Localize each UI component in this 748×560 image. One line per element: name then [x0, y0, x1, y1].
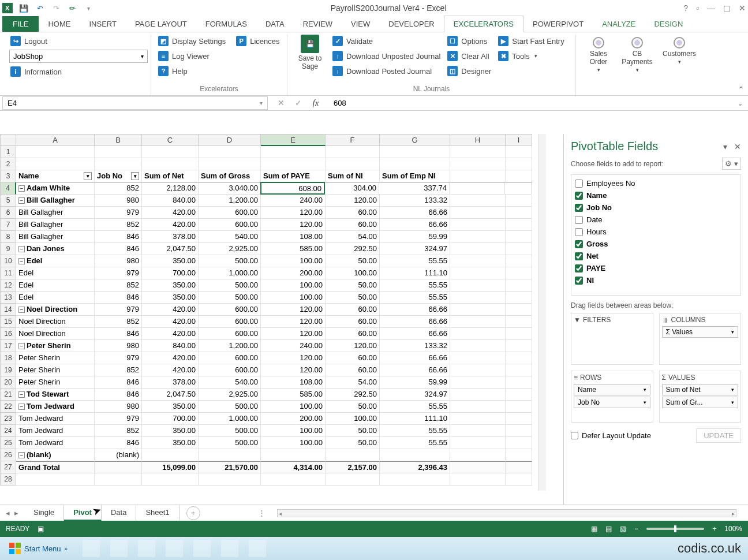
field-hours[interactable]: Hours — [574, 226, 738, 238]
cell-G27[interactable]: 2,396.43 — [380, 461, 450, 473]
cell-A14[interactable]: −Noel Direction — [16, 304, 95, 316]
cell-B22[interactable]: 980 — [95, 401, 142, 413]
cell-I17[interactable] — [506, 340, 532, 352]
cell-D9[interactable]: 2,925.00 — [199, 243, 261, 255]
close-icon[interactable]: ✕ — [739, 3, 746, 13]
page-break-icon[interactable]: ▧ — [620, 525, 626, 533]
formula-expand-icon[interactable]: ⌄ — [737, 99, 743, 107]
cell-G8[interactable]: 59.99 — [380, 231, 450, 243]
sheet-tab-pivot[interactable]: Pivot — [64, 505, 102, 521]
cell-B19[interactable]: 852 — [95, 364, 142, 376]
cell-C18[interactable]: 420.00 — [142, 352, 199, 364]
cell-G1[interactable] — [380, 146, 450, 158]
cell-A2[interactable] — [16, 158, 95, 170]
cell-D26[interactable] — [199, 449, 261, 461]
tab-analyze[interactable]: ANALYZE — [593, 16, 645, 32]
cell-H22[interactable] — [450, 401, 506, 413]
cell-F8[interactable]: 54.00 — [326, 231, 380, 243]
taskbar-app-icon[interactable] — [221, 540, 238, 557]
row-27[interactable]: 27 — [0, 461, 16, 473]
rows-item[interactable]: Name▾ — [574, 384, 650, 395]
cell-C25[interactable]: 350.00 — [142, 437, 199, 449]
tab-review[interactable]: REVIEW — [294, 16, 342, 32]
tab-data[interactable]: DATA — [256, 16, 294, 32]
help-button[interactable]: ?Help — [157, 65, 281, 77]
row-22[interactable]: 22 — [0, 401, 16, 413]
cell-F3[interactable]: Sum of NI — [326, 170, 380, 182]
row-28[interactable]: 28 — [0, 473, 16, 486]
values-item[interactable]: Sum of Gr...▾ — [662, 397, 739, 408]
col-A[interactable]: A — [16, 134, 95, 146]
cell-D19[interactable]: 600.00 — [199, 364, 261, 376]
cell-F14[interactable]: 60.00 — [326, 304, 380, 316]
field-ni[interactable]: NI — [574, 274, 738, 286]
row-23[interactable]: 23 — [0, 413, 16, 425]
cell-E12[interactable]: 100.00 — [261, 279, 326, 292]
cell-G20[interactable]: 59.99 — [380, 376, 450, 389]
add-sheet-button[interactable]: + — [186, 506, 200, 520]
col-B[interactable]: B — [95, 134, 142, 146]
tab-formulas[interactable]: FORMULAS — [196, 16, 256, 32]
cell-I11[interactable] — [506, 267, 532, 279]
tab-splitter[interactable]: ⋮ — [258, 509, 265, 517]
field-paye[interactable]: PAYE — [574, 262, 738, 274]
cell-H12[interactable] — [450, 279, 506, 292]
row-15[interactable]: 15 — [0, 316, 16, 328]
tools-button[interactable]: ✖Tools▾ — [497, 50, 565, 62]
cell-A6[interactable]: Bill Gallagher — [16, 207, 95, 219]
cell-E5[interactable]: 240.00 — [261, 195, 326, 207]
information-button[interactable]: iInformation — [9, 65, 145, 78]
cell-F23[interactable]: 100.00 — [326, 413, 380, 425]
col-G[interactable]: G — [380, 134, 450, 146]
display-settings-button[interactable]: ◩Display Settings — [157, 35, 227, 47]
field-gross[interactable]: Gross — [574, 238, 738, 250]
row-25[interactable]: 25 — [0, 437, 16, 449]
row-19[interactable]: 19 — [0, 364, 16, 376]
cell-E25[interactable]: 100.00 — [261, 437, 326, 449]
cell-H14[interactable] — [450, 304, 506, 316]
cell-H19[interactable] — [450, 364, 506, 376]
cell-D3[interactable]: Sum of Gross — [199, 170, 261, 182]
cell-G2[interactable] — [380, 158, 450, 170]
cell-B7[interactable]: 852 — [95, 219, 142, 231]
cell-E23[interactable]: 200.00 — [261, 413, 326, 425]
defer-checkbox[interactable]: Defer Layout Update — [571, 431, 651, 440]
cell-G4[interactable]: 337.74 — [379, 182, 450, 195]
cell-A18[interactable]: Peter Sherin — [16, 352, 95, 364]
cell-B16[interactable]: 846 — [95, 328, 142, 340]
cell-F18[interactable]: 60.00 — [326, 352, 380, 364]
collapse-icon[interactable]: − — [18, 404, 25, 410]
cell-E18[interactable]: 120.00 — [261, 352, 326, 364]
field-name[interactable]: Name — [574, 189, 738, 201]
field-checkbox[interactable] — [575, 204, 583, 212]
vertical-scrollbar[interactable] — [538, 134, 546, 491]
cell-A28[interactable] — [16, 473, 95, 486]
cell-I5[interactable] — [506, 195, 532, 207]
cell-H8[interactable] — [450, 231, 506, 243]
save-icon[interactable]: 💾 — [18, 3, 29, 13]
cell-I13[interactable] — [506, 292, 532, 304]
collapse-icon[interactable]: − — [18, 391, 25, 398]
row-1[interactable]: 1 — [0, 146, 16, 158]
cell-A25[interactable]: Tom Jedward — [16, 437, 95, 449]
collapse-icon[interactable]: − — [18, 307, 25, 313]
cell-D27[interactable]: 21,570.00 — [199, 461, 261, 473]
ribbon-options-icon[interactable]: ▫ — [696, 3, 699, 13]
col-E[interactable]: E — [261, 134, 326, 146]
cell-B18[interactable]: 979 — [95, 352, 142, 364]
cell-A1[interactable] — [16, 146, 95, 158]
cell-B2[interactable] — [95, 158, 142, 170]
cell-F12[interactable]: 50.00 — [326, 279, 380, 292]
rows-item[interactable]: Job No▾ — [574, 397, 650, 408]
cell-G9[interactable]: 324.97 — [380, 243, 450, 255]
pivot-close-icon[interactable]: ✕ — [734, 142, 741, 151]
field-job-no[interactable]: Job No — [574, 201, 738, 214]
row-7[interactable]: 7 — [0, 219, 16, 231]
cell-F26[interactable] — [326, 449, 380, 461]
cell-E1[interactable] — [261, 146, 326, 158]
row-5[interactable]: 5 — [0, 195, 16, 207]
collapse-icon[interactable]: − — [18, 452, 25, 458]
row-24[interactable]: 24 — [0, 425, 16, 437]
fx-icon[interactable]: fx — [309, 98, 322, 108]
cell-C20[interactable]: 378.00 — [142, 376, 199, 389]
